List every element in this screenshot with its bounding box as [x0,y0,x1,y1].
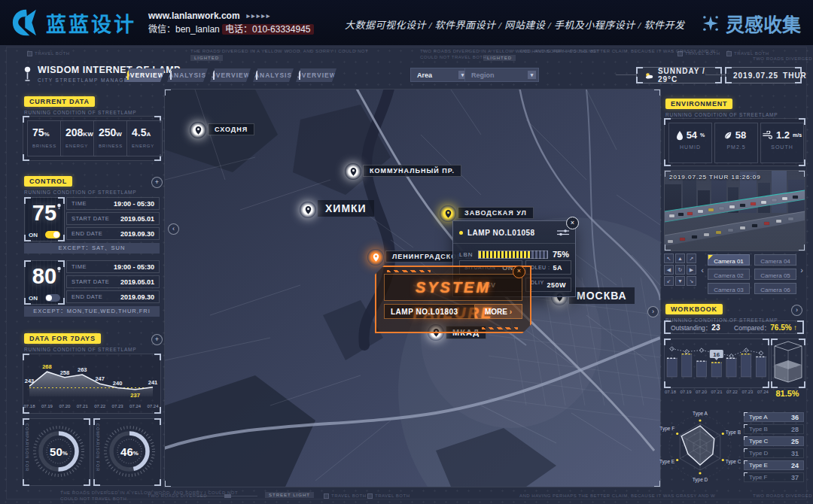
close-icon[interactable]: × [566,217,579,229]
decor-text: TWO ROADS DIVERGED [753,56,812,61]
weather-text: SUNNDAY / 29°C [658,67,714,83]
map-label: ЗАВОДСКАЯ УЛ [458,207,534,219]
website-link[interactable]: www.lanlanwork.com [148,9,240,23]
add-control-button[interactable]: + [151,177,163,188]
sun-cloud-icon [644,71,653,80]
tank-percent: 81.5% [771,389,804,398]
stat-briness-w: 250W BRINESS [93,120,129,156]
camera-button-3[interactable]: Camera 03 [708,283,750,294]
dpad-arrow-icon[interactable]: ↘ [687,276,696,286]
svg-text:241: 241 [148,379,158,386]
dpad-arrow-icon[interactable]: ▼ [675,276,685,286]
decor-text: COULD NOT TRAVEL BOTH. [420,55,488,59]
camera-button-4[interactable]: Camera 04 [754,254,796,266]
workbook-stats: Outstanding：23 Compared：76.5% ↑ [664,320,804,334]
type-row-d[interactable]: Type D31 [744,448,804,458]
failure-message: SYSTEM FAILURE [384,274,522,301]
camera-button-2[interactable]: Camera 02 [708,269,750,280]
tab-analysis-2[interactable]: ANALYSIS [253,68,294,82]
field-dliy: DLIY :250W [525,278,571,292]
humidity-drop-icon [676,130,684,141]
type-row-f[interactable]: Type F37 [744,472,804,482]
city-map[interactable]: ‹ › LAMP NO.L01058 LBN 75% SITUATION :ON… [164,89,661,487]
stat-briness-pct: 75% BRINESS [27,120,63,156]
streetlamp-icon [23,65,32,83]
type-row-c[interactable]: Type C25 [744,436,804,446]
svg-text:237: 237 [130,392,140,399]
arrows-decor: ▸▸▸▸▸ [247,9,272,23]
dpad-arrow-icon[interactable]: ▲ [675,254,685,263]
time-row-2: TIME19:00 - 05:30 [66,260,160,273]
stat-energy-kw: 208KW ENERGY [60,120,96,156]
tank-gauge [772,339,805,387]
field-dleu: DLEU :5A [525,260,571,275]
workbook-badge: WORKBOOK [665,304,723,314]
failed-lamp-id: LAMP NO.L01803 [384,304,475,319]
start-date-row-2: START DATE2019.05.01 [66,275,160,288]
lamp-toggle-2[interactable] [45,294,60,302]
svg-text:247: 247 [95,375,105,382]
svg-text:258: 258 [60,369,70,376]
workbook-bar-chart: 16 [665,339,769,387]
svg-text:268: 268 [42,363,52,370]
svg-text:07.21: 07.21 [77,404,89,408]
status-dot [459,231,463,235]
wechat-label: 微信：ben_lanlan [148,24,220,35]
decor-text: TRAVEL BOTH [367,493,410,499]
decor-text: TRAVEL BOTH [678,51,720,56]
inspiration-collect[interactable]: 灵感收集 [701,10,801,37]
wind-card: 1.2m/s SOUTH [760,123,804,163]
close-icon[interactable]: × [513,266,525,278]
end-date-row-1: END DATE2019.09.30 [66,227,160,240]
dpad-arrow-icon[interactable]: ↙ [664,276,674,286]
map-pin-white[interactable] [345,163,361,180]
lamp-toggle-1[interactable] [45,231,60,238]
camera-button-1[interactable]: Camera 01 [708,254,750,266]
decor-text: TWO ROADS DIVERGED [753,493,812,498]
control-subtitle: RUNNING CONDITION OF STREETLAMP [24,190,136,195]
camera-prev-button[interactable]: ‹ [699,262,706,278]
camera-button-5[interactable]: Camera 05 [754,269,796,280]
workbook-next-button[interactable]: › [791,305,802,316]
decor-text: AND HAVING PERHAPS THE BETTER CLAIM, BEC… [519,493,715,498]
svg-text:07.24: 07.24 [147,404,159,408]
dpad-arrow-icon[interactable]: ↻ [675,265,685,275]
brightness-card-1: 75 ON [24,197,65,241]
tab-analysis-1[interactable]: ANALYSIS [167,68,208,82]
environment-badge: ENVIRONMENT [665,99,732,109]
more-button[interactable]: MORE › [475,304,522,319]
map-prev-button[interactable]: ‹ [168,223,179,235]
type-row-a[interactable]: Type A36 [744,412,804,422]
dpad-arrow-icon[interactable]: ↗ [687,254,696,263]
camera-next-button[interactable]: › [798,262,805,278]
dpad-arrow-icon[interactable]: ↖ [664,254,674,263]
dashboard: WISDOM INTERNET OF LAMP CITY STREETLAMP … [0,45,813,504]
svg-text:263: 263 [78,366,87,373]
camera-dpad[interactable]: ↖▲↗◀↻▶↙▼↘ [664,254,696,286]
map-pin-white[interactable] [300,202,316,218]
tab-overview-2[interactable]: OVERVIEW [210,68,251,82]
decor-text: TRAVEL BOTH [27,51,70,56]
map-next-button[interactable]: › [647,306,659,317]
traffic-scene [665,171,805,250]
tab-overview-1[interactable]: OVERVIEW [124,68,165,82]
svg-text:07.23: 07.23 [112,404,124,408]
type-row-e[interactable]: Type E24 [744,460,804,470]
region-select[interactable]: Region ▾ [464,68,539,82]
camera-button-6[interactable]: Camera 06 [754,283,796,294]
sliders-icon[interactable] [557,226,569,239]
svg-text:07.19: 07.19 [41,404,53,408]
lamp-id: LAMP NO.L01058 [467,229,553,237]
type-row-b[interactable]: Type B28 [744,424,804,434]
tab-overview-3[interactable]: OVERVIEW [296,68,336,82]
map-pin-yellow[interactable] [440,205,456,222]
dpad-arrow-icon[interactable]: ▶ [687,265,696,275]
svg-text:240: 240 [113,380,123,387]
camera-timestamp: 2019.07.25 THUR 18:26:09 [669,174,761,181]
area-select[interactable]: Area ▾ [410,68,470,82]
map-pin-white[interactable] [190,122,206,138]
map-pin-orange[interactable] [367,249,384,266]
decor-text: COULD NOT TRAVEL BOTH. [60,496,128,501]
dpad-arrow-icon[interactable]: ◀ [664,265,674,275]
expand-chart-button[interactable]: + [151,334,163,345]
